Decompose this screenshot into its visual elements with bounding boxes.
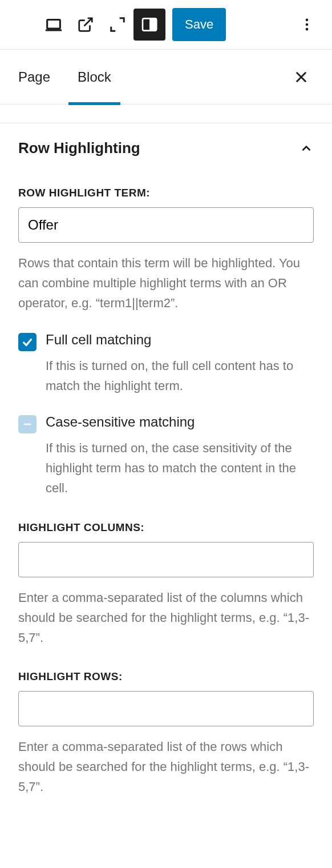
case-sensitive-row: Case-sensitive matching If this is turne… [18, 414, 314, 499]
settings-tabs: Page Block [0, 50, 332, 105]
highlight-columns-label: HIGHLIGHT COLUMNS: [18, 521, 314, 534]
svg-point-6 [306, 28, 309, 31]
fullscreen-icon [109, 16, 126, 33]
highlight-columns-help: Enter a comma-separated list of the colu… [18, 588, 314, 648]
laptop-icon [44, 15, 63, 34]
full-cell-label: Full cell matching [46, 332, 314, 348]
highlight-columns-input[interactable] [18, 542, 314, 577]
full-cell-help: If this is turned on, the full cell cont… [46, 356, 314, 396]
tab-block[interactable]: Block [78, 50, 111, 105]
chevron-up-icon [299, 141, 314, 156]
more-vertical-icon [299, 17, 315, 33]
check-icon [21, 336, 34, 348]
panel-title: Row Highlighting [18, 139, 140, 157]
highlight-rows-label: HIGHLIGHT ROWS: [18, 670, 314, 683]
highlight-term-label: ROW HIGHLIGHT TERM: [18, 187, 314, 199]
svg-point-5 [306, 23, 309, 26]
editor-toolbar: Save [0, 0, 332, 50]
indeterminate-icon [22, 419, 33, 430]
case-sensitive-help: If this is turned on, the case sensitivi… [46, 438, 314, 499]
highlight-rows-help: Enter a comma-separated list of the rows… [18, 737, 314, 797]
svg-point-4 [306, 19, 309, 22]
close-panel-button[interactable] [289, 65, 314, 90]
full-cell-checkbox[interactable] [18, 333, 37, 351]
external-link-icon [77, 16, 94, 33]
case-sensitive-label: Case-sensitive matching [46, 414, 314, 430]
case-sensitive-checkbox[interactable] [18, 415, 37, 433]
svg-rect-3 [150, 18, 156, 30]
sidebar-icon [140, 15, 159, 34]
highlight-term-help: Rows that contain this term will be high… [18, 253, 314, 314]
more-options-button[interactable] [291, 9, 323, 41]
fullscreen-button[interactable] [102, 9, 133, 41]
save-button[interactable]: Save [172, 8, 226, 41]
full-cell-row: Full cell matching If this is turned on,… [18, 332, 314, 396]
row-highlighting-panel: Row Highlighting ROW HIGHLIGHT TERM: Row… [0, 123, 332, 797]
panel-header[interactable]: Row Highlighting [18, 123, 314, 171]
view-desktop-button[interactable] [38, 9, 70, 41]
close-icon [293, 69, 309, 85]
tab-page[interactable]: Page [18, 50, 50, 105]
view-external-button[interactable] [70, 9, 102, 41]
svg-rect-0 [47, 20, 60, 29]
highlight-rows-input[interactable] [18, 691, 314, 726]
highlight-term-input[interactable] [18, 207, 314, 243]
sidebar-toggle-button[interactable] [133, 9, 165, 41]
